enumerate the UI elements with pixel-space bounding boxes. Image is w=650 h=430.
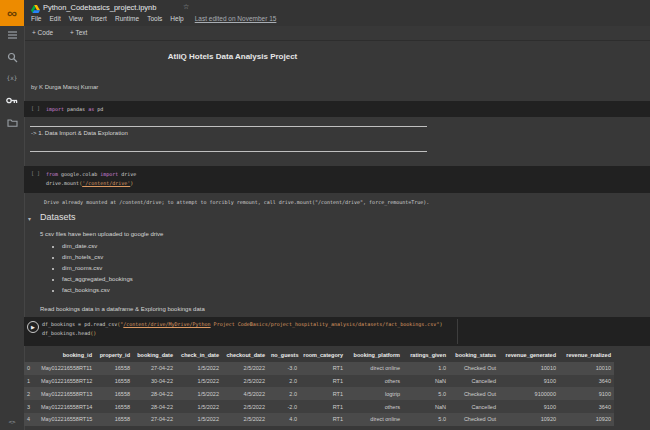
menu-items: FileEditViewInsertRuntimeToolsHelp bbox=[31, 15, 184, 22]
table-cell: 16558 bbox=[95, 400, 133, 413]
column-header: ratings_given bbox=[403, 349, 449, 362]
editor-divider bbox=[457, 319, 458, 344]
cell-output-text: Drive already mounted at /content/drive;… bbox=[44, 199, 429, 205]
datasets-heading: Datasets bbox=[40, 212, 76, 222]
table-row: 2May012216558RT131655828-04-221/5/20224/… bbox=[24, 387, 614, 400]
secrets-key-icon[interactable] bbox=[0, 96, 24, 105]
dataframe-output-table: booking_idproperty_idbooking_datecheck_i… bbox=[24, 349, 614, 426]
menu-item[interactable]: Tools bbox=[147, 15, 162, 22]
table-cell: 1/5/2022 bbox=[176, 413, 222, 426]
add-text-button[interactable]: + Text bbox=[70, 29, 87, 36]
table-cell: May012216558RT14 bbox=[38, 400, 95, 413]
section-1-label: -> 1. Data Import & Data Exploration bbox=[31, 130, 128, 136]
dataset-file-item: fact_bookings.csv bbox=[62, 285, 133, 296]
table-cell: 2/5/2022 bbox=[222, 375, 268, 388]
column-header: no_guests bbox=[268, 349, 300, 362]
files-folder-icon[interactable] bbox=[0, 118, 24, 127]
table-cell: RT1 bbox=[300, 375, 346, 388]
notebook-title[interactable]: Python_Codebasics_project.ipynb bbox=[43, 3, 156, 12]
table-cell: 28-04-22 bbox=[133, 400, 176, 413]
table-cell: 9100 bbox=[559, 387, 614, 400]
table-cell: 1.0 bbox=[403, 362, 449, 375]
code-cell-import-pandas[interactable]: [ ] import pandas as pd bbox=[24, 101, 650, 117]
table-cell: Checked Out bbox=[449, 362, 499, 375]
read-bookings-note: Read bookings data in a dataframe & Expl… bbox=[40, 306, 205, 312]
table-cell: 9100 bbox=[499, 375, 559, 388]
add-code-button[interactable]: + Code bbox=[32, 29, 53, 36]
table-of-contents-icon[interactable] bbox=[0, 30, 24, 40]
table-cell: 1/5/2022 bbox=[176, 400, 222, 413]
left-sidebar: {x} <> bbox=[0, 26, 25, 430]
run-cell-button[interactable]: ▶ bbox=[27, 321, 39, 333]
horizontal-rule bbox=[30, 151, 427, 152]
menu-item[interactable]: Help bbox=[170, 15, 183, 22]
code-editor[interactable]: from google.colab import drivedrive.moun… bbox=[46, 170, 136, 188]
notebook-content: AtliQ Hotels Data Analysis Project by K … bbox=[24, 40, 650, 430]
cell-prompt[interactable]: [ ] bbox=[31, 170, 40, 176]
variables-icon[interactable]: {x} bbox=[0, 74, 24, 81]
find-replace-icon[interactable] bbox=[0, 52, 24, 63]
table-cell: May012216558RT11 bbox=[38, 362, 95, 375]
table-cell: others bbox=[346, 375, 403, 388]
table-cell: 27-04-22 bbox=[133, 413, 176, 426]
table-cell: 5.0 bbox=[403, 413, 449, 426]
dataset-file-item: dim_rooms.csv bbox=[62, 263, 133, 274]
table-cell: 4 bbox=[24, 413, 38, 426]
cell-prompt[interactable]: [ ] bbox=[31, 105, 40, 111]
menu-item[interactable]: File bbox=[31, 15, 41, 22]
code-line: from google.colab import drive bbox=[46, 170, 136, 179]
table-cell: others bbox=[346, 400, 403, 413]
colab-logo-icon[interactable]: ∞ bbox=[0, 0, 24, 26]
column-header: booking_platform bbox=[346, 349, 403, 362]
code-snippets-icon[interactable]: <> bbox=[0, 418, 24, 425]
table-cell: Checked Out bbox=[449, 413, 499, 426]
table-cell: 2/5/2022 bbox=[222, 362, 268, 375]
table-cell: Checked Out bbox=[449, 387, 499, 400]
code-editor[interactable]: import pandas as pd bbox=[46, 105, 103, 114]
dataset-file-item: dim_hotels_csv bbox=[62, 252, 133, 263]
code-editor[interactable]: df_bookings = pd.read_csv("/content/driv… bbox=[42, 320, 442, 338]
table-cell: 10010 bbox=[499, 362, 559, 375]
table-row: 0May012216558RT111655827-04-221/5/20222/… bbox=[24, 362, 614, 375]
menu-item[interactable]: View bbox=[69, 15, 83, 22]
play-icon: ▶ bbox=[28, 322, 38, 332]
code-cell-mount-drive[interactable]: [ ] from google.colab import drivedrive.… bbox=[24, 166, 650, 193]
table-cell: -3.0 bbox=[268, 362, 300, 375]
menu-item[interactable]: Edit bbox=[49, 15, 60, 22]
column-header: booking_date bbox=[133, 349, 176, 362]
table-cell: RT1 bbox=[300, 413, 346, 426]
menu-item[interactable]: Insert bbox=[91, 15, 107, 22]
table-cell: 27-04-22 bbox=[133, 362, 176, 375]
section-collapse-icon[interactable]: ▾ bbox=[28, 215, 31, 222]
star-icon[interactable]: ☆ bbox=[183, 3, 189, 11]
table-row: 1May012216558RT121655830-04-221/5/20222/… bbox=[24, 375, 614, 388]
table-cell: 2/5/2022 bbox=[222, 413, 268, 426]
table-cell: direct online bbox=[346, 362, 403, 375]
table-cell: 16558 bbox=[95, 362, 133, 375]
last-edited-link[interactable]: Last edited on November 15 bbox=[195, 15, 277, 22]
datasets-intro: 5 csv files have been uploaded to google… bbox=[40, 231, 163, 237]
table-cell: RT1 bbox=[300, 387, 346, 400]
drive-icon bbox=[31, 5, 40, 13]
code-line: df_bookings.head() bbox=[42, 329, 442, 338]
table-cell: 9100 bbox=[499, 400, 559, 413]
table-cell: 3640 bbox=[559, 375, 614, 388]
table-cell: 1 bbox=[24, 375, 38, 388]
project-title: AtliQ Hotels Data Analysis Project bbox=[30, 52, 435, 61]
column-header: checkout_date bbox=[222, 349, 268, 362]
dataset-file-item: fact_aggregated_bookings bbox=[62, 274, 133, 285]
table-header-row: booking_idproperty_idbooking_datecheck_i… bbox=[24, 349, 614, 362]
code-cell-read-csv[interactable]: ▶ df_bookings = pd.read_csv("/content/dr… bbox=[24, 317, 650, 346]
code-line: df_bookings = pd.read_csv("/content/driv… bbox=[42, 320, 442, 329]
table-cell: NaN bbox=[403, 400, 449, 413]
table-cell: 3640 bbox=[559, 400, 614, 413]
table-cell: 3 bbox=[24, 400, 38, 413]
menu-item[interactable]: Runtime bbox=[115, 15, 139, 22]
column-header: revenue_generated bbox=[499, 349, 559, 362]
table-cell: RT1 bbox=[300, 400, 346, 413]
table-cell: 4/5/2022 bbox=[222, 387, 268, 400]
table-cell: May012216558RT12 bbox=[38, 375, 95, 388]
table-cell: NaN bbox=[403, 375, 449, 388]
table-cell: 2 bbox=[24, 387, 38, 400]
column-header: revenue_realized bbox=[559, 349, 614, 362]
